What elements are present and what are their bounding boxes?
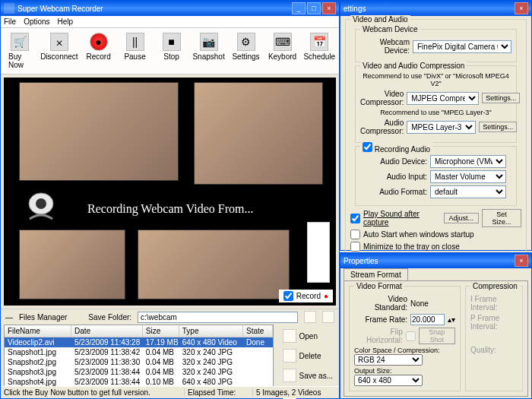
minimize-tray-checkbox[interactable] — [350, 242, 360, 252]
action-icon — [283, 329, 296, 343]
titlebar: Super Webcam Recorder _ □ × — [1, 1, 339, 16]
app-icon — [4, 3, 14, 14]
audio-device-select[interactable]: Microphone (VMware VM — [430, 155, 506, 168]
frame-rate-input[interactable] — [410, 314, 445, 325]
setsize-button[interactable]: Set Size... — [482, 209, 521, 227]
disconnect-button[interactable]: ⨉Disconnect — [40, 31, 78, 71]
table-row[interactable]: Videoclip2.avi5/23/2009 11:43:2817.19 MB… — [5, 337, 273, 347]
keybord-button[interactable]: ⌨Keybord — [267, 31, 299, 71]
record-icon: ● — [90, 33, 108, 51]
svg-point-1 — [36, 198, 46, 209]
table-row[interactable]: Snapshot1.jpg5/23/2009 11:38:420.04 MB32… — [5, 347, 273, 357]
preview-caption: Recording Webcam Video From... — [87, 202, 253, 216]
adjust-button[interactable]: Adjust... — [444, 213, 480, 223]
colorspace-select[interactable]: RGB 24 — [354, 354, 423, 366]
vc-settings-button[interactable]: Settings... — [482, 93, 520, 103]
delete-button[interactable]: Delete — [281, 347, 334, 364]
status-mid: Elapsed Time: — [184, 388, 252, 397]
open-button[interactable]: Open — [281, 328, 334, 344]
column-header[interactable]: Size — [143, 325, 179, 337]
buy-now-button[interactable]: 🛒Buy Now — [4, 31, 36, 71]
action-icon — [283, 349, 296, 363]
save-folder-input[interactable] — [138, 312, 298, 323]
spinner-icon[interactable]: ▴▾ — [448, 315, 455, 324]
column-header[interactable]: Date — [71, 325, 143, 337]
schedule-icon: 📅 — [310, 33, 328, 51]
column-header[interactable]: FileName — [5, 325, 71, 337]
schedule-button[interactable]: 📅Schedule — [303, 31, 337, 71]
autostart-checkbox[interactable] — [350, 230, 360, 239]
minimize-button[interactable]: _ — [292, 2, 306, 14]
close-button[interactable]: × — [515, 255, 528, 267]
audio-input-select[interactable]: Master Volume — [430, 170, 506, 183]
pause-button[interactable]: ||Pause — [119, 31, 151, 71]
menubar: FileOptionsHelp — [1, 16, 339, 28]
statusbar: Click the Buy Now button to get full ver… — [1, 386, 339, 398]
properties-title: Properties — [344, 257, 515, 265]
properties-window: Properties × Stream Format Video Format … — [340, 252, 532, 399]
output-size-select[interactable]: 640 x 480 — [354, 375, 423, 386]
table-row[interactable]: Snapshot2.jpg5/23/2009 11:38:300.04 MB32… — [5, 357, 273, 367]
volume-meter — [307, 222, 330, 283]
snapshot-button[interactable]: 📷Snapshot — [192, 31, 226, 71]
window-title: Super Webcam Recorder — [17, 5, 292, 13]
record-indicator[interactable]: Record ● — [279, 290, 333, 302]
settings-icon: ⚙ — [237, 33, 255, 51]
settings-button[interactable]: ⚙Settings — [230, 31, 262, 71]
toolbar: 🛒Buy Now⨉Disconnect●Record||Pause■Stop📷S… — [1, 28, 339, 74]
settings-window: ettings × Video and Audio Webcam Device … — [340, 0, 532, 251]
action-icon — [283, 369, 296, 382]
main-window: Super Webcam Recorder _ □ × FileOptionsH… — [0, 0, 340, 399]
audio-format-select[interactable]: default — [430, 185, 506, 198]
status-left: Click the Buy Now button to get full ver… — [4, 388, 184, 397]
browse-folder-icon[interactable] — [304, 311, 316, 323]
refresh-icon[interactable] — [322, 311, 334, 323]
ac-settings-button[interactable]: Settings... — [479, 122, 517, 132]
snapshot-button: Snap Shot — [419, 328, 455, 344]
keybord-icon: ⌨ — [274, 33, 292, 51]
status-right: 5 Images, 2 Videos — [252, 388, 336, 397]
preview-thumb — [138, 230, 290, 299]
video-compressor-select[interactable]: MJPEG Compressor — [407, 92, 479, 105]
preview-thumb — [19, 82, 179, 181]
preview-thumb — [194, 82, 323, 185]
column-header[interactable]: Type — [179, 325, 243, 337]
stop-icon: ■ — [163, 33, 181, 51]
tab-stream-format[interactable]: Stream Format — [344, 268, 408, 280]
record-checkbox[interactable] — [283, 291, 293, 301]
flip-checkbox — [406, 331, 416, 341]
files-table: FileNameDateSizeTypeState Videoclip2.avi… — [4, 325, 274, 390]
close-button[interactable]: × — [515, 2, 528, 14]
snapshot-icon: 📷 — [200, 33, 218, 51]
webcam-icon — [22, 192, 60, 222]
pause-icon: || — [126, 33, 144, 51]
column-header[interactable]: State — [243, 325, 273, 337]
preview-thumb — [19, 230, 125, 299]
audio-compressor-select[interactable]: MPEG Layer-3 — [407, 121, 476, 134]
save-folder-label: Save Folder: — [88, 313, 131, 321]
menu-file[interactable]: File — [4, 17, 16, 26]
record-dot-icon: ● — [324, 292, 328, 300]
menu-help[interactable]: Help — [58, 17, 74, 26]
files-bar: — Files Manager Save Folder: — [1, 309, 339, 325]
buy now-icon: 🛒 — [11, 33, 29, 51]
webcam-device-select[interactable]: FinePix Digital Camera 020724 (wi — [413, 40, 511, 53]
play-sound-checkbox[interactable] — [350, 214, 360, 223]
record-button[interactable]: ●Record — [83, 31, 115, 71]
maximize-button[interactable]: □ — [307, 2, 321, 14]
stop-button[interactable]: ■Stop — [156, 31, 188, 71]
preview-area: Recording Webcam Video From... Record ● — [4, 78, 336, 306]
disconnect-icon: ⨉ — [50, 33, 68, 51]
collapse-button[interactable]: — — [5, 313, 13, 321]
recording-audio-checkbox[interactable] — [363, 142, 372, 152]
menu-options[interactable]: Options — [24, 17, 49, 26]
close-button[interactable]: × — [322, 2, 336, 14]
save-as----button[interactable]: Save as... — [281, 367, 334, 384]
table-row[interactable]: Snapshot3.jpg5/23/2009 11:38:440.04 MB32… — [5, 367, 273, 377]
settings-title: ettings — [344, 5, 515, 13]
files-manager-label: Files Manager — [19, 313, 67, 321]
